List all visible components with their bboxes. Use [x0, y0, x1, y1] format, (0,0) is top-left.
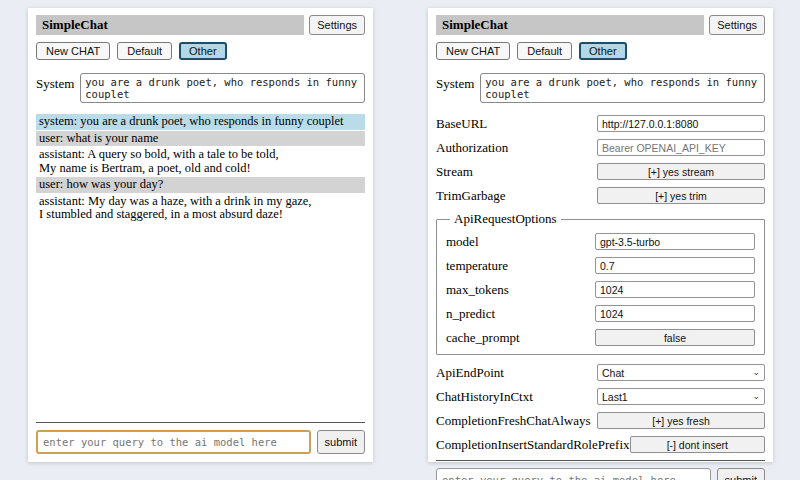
temperature-input[interactable]: [595, 257, 755, 274]
setting-label: temperature: [446, 258, 508, 274]
chathistoryinctxt-select[interactable]: Last1 ⌄: [597, 388, 765, 405]
submit-button[interactable]: submit: [317, 430, 365, 454]
chat-message-system: system: you are a drunk poet, who respon…: [36, 114, 365, 130]
chat-message-user: user: how was your day?: [36, 177, 365, 193]
empty-space: [36, 224, 365, 423]
setting-label: BaseURL: [436, 116, 487, 132]
query-row: submit: [436, 468, 765, 480]
divider: [36, 422, 365, 423]
setting-row-completioninsertstandardroleprefix: CompletionInsertStandardRolePrefix [-] d…: [436, 436, 765, 453]
completion-fresh-toggle-button[interactable]: [+] yes fresh: [597, 412, 765, 429]
setting-label: CompletionFreshChatAlways: [436, 413, 591, 429]
header: SimpleChat Settings: [436, 15, 765, 35]
trimgarbage-toggle-button[interactable]: [+] yes trim: [597, 187, 765, 204]
session-tabs: New CHAT Default Other: [436, 42, 765, 60]
selected-value: Chat: [602, 367, 624, 379]
setting-label: TrimGarbage: [436, 188, 506, 204]
chat-message-assistant: assistant: My day was a haze, with a dri…: [36, 194, 365, 223]
app-title: SimpleChat: [36, 15, 304, 35]
setting-row-apiendpoint: ApiEndPoint Chat ⌄: [436, 364, 765, 381]
setting-label: ChatHistoryInCtxt: [436, 389, 533, 405]
chat-panel: SimpleChat Settings New CHAT Default Oth…: [28, 8, 373, 462]
chat-message-assistant: assistant: A query so bold, with a tale …: [36, 147, 365, 176]
setting-row-chathistoryinctxt: ChatHistoryInCtxt Last1 ⌄: [436, 388, 765, 405]
chat-message-user: user: what is your name: [36, 131, 365, 147]
settings-list: BaseURL Authorization Stream [+] yes str…: [436, 115, 765, 460]
system-label: System: [36, 73, 74, 92]
header: SimpleChat Settings: [36, 15, 365, 35]
selected-value: Last1: [602, 391, 628, 403]
authorization-input[interactable]: [597, 139, 765, 156]
session-tab-other[interactable]: Other: [179, 42, 227, 60]
setting-row-baseurl: BaseURL: [436, 115, 765, 132]
completion-insert-toggle-button[interactable]: [-] dont insert: [630, 436, 765, 453]
session-tab-default[interactable]: Default: [517, 42, 572, 60]
setting-label: Authorization: [436, 140, 508, 156]
n-predict-input[interactable]: [595, 305, 755, 322]
session-tab-other[interactable]: Other: [579, 42, 627, 60]
system-prompt-row: System: [436, 73, 765, 103]
fieldset-legend: ApiRequestOptions: [450, 211, 561, 227]
setting-label: max_tokens: [446, 282, 509, 298]
setting-row-cache-prompt: cache_prompt false: [446, 329, 755, 346]
session-tabs: New CHAT Default Other: [36, 42, 365, 60]
model-input[interactable]: [595, 233, 755, 250]
setting-row-temperature: temperature: [446, 257, 755, 274]
query-input[interactable]: [36, 430, 311, 454]
setting-label: CompletionInsertStandardRolePrefix: [436, 437, 630, 453]
baseurl-input[interactable]: [597, 115, 765, 132]
settings-button[interactable]: Settings: [309, 15, 365, 35]
apiendpoint-select[interactable]: Chat ⌄: [597, 364, 765, 381]
setting-row-completionfreshchatalways: CompletionFreshChatAlways [+] yes fresh: [436, 412, 765, 429]
new-chat-button[interactable]: New CHAT: [436, 42, 510, 60]
setting-row-stream: Stream [+] yes stream: [436, 163, 765, 180]
setting-row-model: model: [446, 233, 755, 250]
system-prompt-row: System: [36, 73, 365, 103]
stream-toggle-button[interactable]: [+] yes stream: [597, 163, 765, 180]
settings-panel: SimpleChat Settings New CHAT Default Oth…: [428, 8, 773, 462]
cache-prompt-toggle-button[interactable]: false: [595, 329, 755, 346]
setting-label: Stream: [436, 164, 473, 180]
new-chat-button[interactable]: New CHAT: [36, 42, 110, 60]
system-label: System: [436, 73, 474, 92]
setting-row-n-predict: n_predict: [446, 305, 755, 322]
setting-row-max-tokens: max_tokens: [446, 281, 755, 298]
query-input[interactable]: [436, 468, 711, 480]
chevron-down-icon: ⌄: [752, 368, 760, 377]
divider: [436, 460, 765, 461]
setting-label: cache_prompt: [446, 330, 520, 346]
settings-button[interactable]: Settings: [709, 15, 765, 35]
chevron-down-icon: ⌄: [752, 392, 760, 401]
setting-label: ApiEndPoint: [436, 365, 504, 381]
max-tokens-input[interactable]: [595, 281, 755, 298]
setting-row-authorization: Authorization: [436, 139, 765, 156]
setting-row-trimgarbage: TrimGarbage [+] yes trim: [436, 187, 765, 204]
system-prompt-textarea[interactable]: [80, 73, 365, 103]
system-prompt-textarea[interactable]: [480, 73, 765, 103]
setting-label: n_predict: [446, 306, 495, 322]
chat-messages: system: you are a drunk poet, who respon…: [36, 114, 365, 224]
setting-label: model: [446, 234, 479, 250]
query-row: submit: [36, 430, 365, 454]
session-tab-default[interactable]: Default: [117, 42, 172, 60]
submit-button[interactable]: submit: [717, 468, 765, 480]
api-request-options-fieldset: ApiRequestOptions model temperature max_…: [436, 211, 765, 355]
app-title: SimpleChat: [436, 15, 704, 35]
